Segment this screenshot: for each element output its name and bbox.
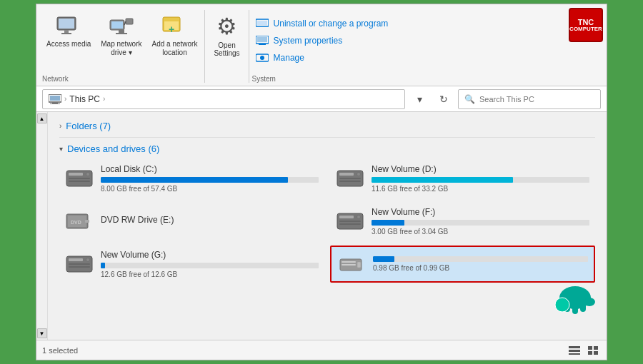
svg-rect-28 <box>69 181 90 182</box>
svg-rect-2 <box>64 30 69 33</box>
svg-point-45 <box>86 258 90 262</box>
drive-new-volume-d[interactable]: New Volume (D:) 11.6 GB free of 33.2 GB <box>330 160 595 197</box>
drive-usb-progress-bar <box>373 256 588 262</box>
svg-text:+: + <box>169 24 174 35</box>
svg-rect-53 <box>569 350 580 352</box>
uninstall-label: Uninstall or change a program <box>274 19 389 29</box>
drive-usb-info: 0.98 GB free of 0.99 GB <box>373 256 588 272</box>
folders-section-title: Folders (7) <box>66 121 111 131</box>
svg-rect-42 <box>339 223 361 225</box>
drive-usb-progress-fill <box>373 256 394 262</box>
devices-section-title: Devices and drives (6) <box>67 143 159 154</box>
search-icon: 🔍 <box>464 94 475 104</box>
drive-g-info: New Volume (G:) 12.6 GB free of 12.6 GB <box>101 250 319 278</box>
open-settings-label: OpenSettings <box>214 41 239 57</box>
settings-spacer <box>208 81 245 86</box>
svg-rect-9 <box>116 33 127 34</box>
drive-d-space: 11.6 GB free of 33.2 GB <box>372 185 589 193</box>
drive-d-name: New Volume (D:) <box>372 164 589 174</box>
grid-view-button[interactable] <box>585 344 601 357</box>
address-bar: › This PC › ▾ ↻ 🔍 <box>36 86 607 112</box>
drive-g-name: New Volume (G:) <box>101 250 319 260</box>
search-input[interactable] <box>479 95 587 103</box>
breadcrumb-arrow-1: › <box>64 95 66 103</box>
ribbon-separator-1 <box>204 10 205 83</box>
status-text: 1 selected <box>42 346 78 355</box>
drive-f-name: New Volume (F:) <box>372 207 589 217</box>
svg-rect-3 <box>61 33 71 34</box>
svg-point-40 <box>357 216 361 219</box>
breadcrumb-thispc: This PC <box>69 94 100 104</box>
system-properties-icon <box>255 35 269 46</box>
drive-new-volume-g[interactable]: New Volume (G:) 12.6 GB free of 12.6 GB <box>59 246 324 283</box>
svg-rect-56 <box>594 346 598 350</box>
drive-new-volume-f[interactable]: New Volume (F:) 3.00 GB free of 3.04 GB <box>330 203 595 240</box>
svg-rect-5 <box>111 21 123 29</box>
map-network-drive-button[interactable]: Map networkdrive ▾ <box>96 10 146 60</box>
ribbon: Access media <box>36 4 607 86</box>
view-controls <box>567 344 601 357</box>
svg-rect-63 <box>580 299 586 312</box>
svg-rect-47 <box>69 266 90 268</box>
drive-c-name: Local Disk (C:) <box>101 164 319 174</box>
svg-text:DVD: DVD <box>71 220 81 225</box>
gear-icon: ⚙ <box>216 13 237 40</box>
list-view-button[interactable] <box>567 344 582 357</box>
drive-e-info: DVD RW Drive (E:) <box>101 215 319 228</box>
uninstall-button[interactable]: Uninstall or change a program <box>252 16 392 31</box>
svg-rect-17 <box>259 44 266 45</box>
ribbon-settings-group: ⚙ OpenSettings <box>208 7 245 86</box>
svg-rect-46 <box>69 263 90 265</box>
svg-rect-27 <box>69 178 90 179</box>
manage-icon <box>255 52 269 64</box>
folders-section-header[interactable]: › Folders (7) <box>59 118 595 134</box>
refresh-button[interactable]: ↻ <box>434 89 454 109</box>
svg-rect-39 <box>339 216 354 218</box>
drive-c-space: 8.00 GB free of 57.4 GB <box>101 185 319 193</box>
drive-usb-icon <box>337 253 366 275</box>
manage-label: Manage <box>274 53 304 63</box>
manage-button[interactable]: Manage <box>252 51 392 65</box>
map-network-drive-icon <box>109 13 134 39</box>
drive-d-info: New Volume (D:) 11.6 GB free of 33.2 GB <box>372 164 589 193</box>
left-scrollbar[interactable]: ▲ ▼ <box>36 112 48 340</box>
svg-rect-30 <box>339 173 354 176</box>
svg-rect-6 <box>126 19 133 24</box>
uninstall-icon <box>255 18 269 29</box>
svg-point-26 <box>86 173 90 176</box>
add-network-location-label: Add a networklocation <box>152 40 198 57</box>
status-bar: 1 selected <box>36 340 607 360</box>
svg-point-64 <box>555 298 569 312</box>
hand-pointer <box>547 275 604 325</box>
open-settings-button[interactable]: ⚙ OpenSettings <box>208 10 245 60</box>
system-properties-button[interactable]: System properties <box>252 34 392 48</box>
drive-g-progress-bar <box>101 263 319 268</box>
svg-rect-54 <box>569 353 580 355</box>
tnc-logo: TNC COMPUTER <box>569 8 603 42</box>
svg-rect-8 <box>119 30 124 33</box>
breadcrumb[interactable]: › This PC › <box>42 89 405 109</box>
ribbon-network-group: Access media <box>42 7 201 86</box>
svg-point-19 <box>260 56 264 60</box>
drive-local-c[interactable]: Local Disk (C:) 8.00 GB free of 57.4 GB <box>59 160 324 197</box>
svg-point-31 <box>357 173 361 176</box>
svg-rect-57 <box>588 351 592 355</box>
scroll-up-button[interactable]: ▲ <box>37 113 47 123</box>
dropdown-arrow-button[interactable]: ▾ <box>409 89 429 109</box>
search-box[interactable]: 🔍 <box>458 89 601 109</box>
drive-dvd-e[interactable]: DVD DVD RW Drive (E:) <box>59 203 324 240</box>
svg-rect-52 <box>569 346 580 348</box>
scroll-down-button[interactable]: ▼ <box>37 328 47 338</box>
svg-rect-41 <box>339 221 361 222</box>
add-network-location-button[interactable]: + Add a networklocation <box>148 10 202 60</box>
drive-usb-space: 0.98 GB free of 0.99 GB <box>373 264 588 272</box>
drive-f-space: 3.00 GB free of 3.04 GB <box>372 228 589 236</box>
svg-rect-21 <box>50 96 60 101</box>
svg-rect-1 <box>59 19 74 29</box>
devices-section-header[interactable]: ▾ Devices and drives (6) <box>59 141 595 157</box>
drive-e-icon: DVD <box>65 210 94 233</box>
access-media-icon <box>56 13 81 39</box>
svg-rect-22 <box>52 102 58 103</box>
main-area: ▲ ▼ › Folders (7) ▾ Devices and drives (… <box>36 112 607 340</box>
access-media-button[interactable]: Access media <box>42 10 95 51</box>
